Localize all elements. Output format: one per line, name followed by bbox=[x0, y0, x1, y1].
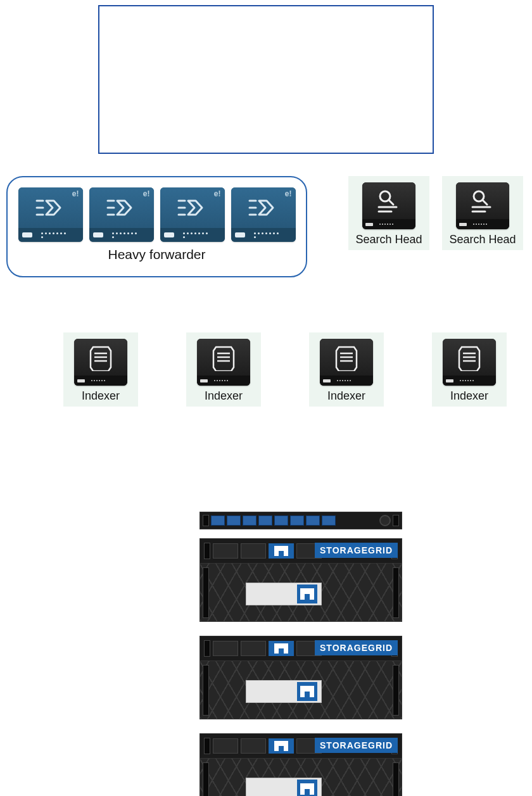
indexer-panel: Indexer bbox=[432, 332, 507, 407]
netapp-logo-icon bbox=[297, 682, 317, 701]
device-base bbox=[320, 376, 373, 386]
forwarder-badge: e! bbox=[143, 189, 150, 198]
storagegrid-controller: STORAGEGRID bbox=[200, 636, 402, 661]
heavy-forwarder-unit: e! bbox=[160, 187, 225, 242]
storagegrid-pull-tag bbox=[246, 583, 322, 605]
device-base bbox=[197, 376, 250, 386]
search-head-icon bbox=[362, 182, 415, 219]
indexer-panel: Indexer bbox=[186, 332, 261, 407]
heavy-forwarder-row: e! e! e! bbox=[18, 187, 296, 242]
storagegrid-brand-label: STORAGEGRID bbox=[315, 640, 398, 655]
network-switch bbox=[200, 512, 402, 529]
storagegrid-unit: STORAGEGRID bbox=[200, 538, 402, 622]
storagegrid-unit: STORAGEGRID bbox=[200, 733, 402, 796]
indexer-icon bbox=[197, 339, 250, 376]
search-head-label: Search Head bbox=[355, 233, 422, 246]
device-base bbox=[74, 376, 127, 386]
indexer-label: Indexer bbox=[205, 389, 243, 403]
indexer-row: Indexer Indexer Indexer Indexer bbox=[63, 332, 507, 407]
storagegrid-brand-label: STORAGEGRID bbox=[315, 738, 398, 753]
heavy-forwarder-unit: e! bbox=[18, 187, 83, 242]
netapp-logo-icon bbox=[269, 543, 294, 559]
indexer-label: Indexer bbox=[327, 389, 365, 403]
forwarder-base bbox=[89, 228, 154, 242]
indexer-label: Indexer bbox=[450, 389, 488, 403]
forwarder-base bbox=[231, 228, 296, 242]
netapp-logo-icon bbox=[269, 738, 294, 754]
indexer-panel: Indexer bbox=[309, 332, 384, 407]
search-head-device bbox=[362, 182, 415, 229]
search-head-icon bbox=[456, 182, 509, 219]
storagegrid-unit: STORAGEGRID bbox=[200, 636, 402, 719]
indexer-icon bbox=[74, 339, 127, 376]
forwarder-badge: e! bbox=[72, 189, 79, 198]
indexer-device bbox=[320, 339, 373, 386]
storage-stack: STORAGEGRID STORAGEGRID bbox=[200, 512, 402, 796]
forwarder-base bbox=[160, 228, 225, 242]
storagegrid-chassis bbox=[200, 564, 402, 622]
storagegrid-pull-tag bbox=[246, 680, 322, 703]
heavy-forwarder-unit: e! bbox=[89, 187, 154, 242]
netapp-logo-icon bbox=[297, 780, 317, 796]
forwarder-base bbox=[18, 228, 83, 242]
indexer-device bbox=[197, 339, 250, 386]
storagegrid-chassis bbox=[200, 759, 402, 796]
indexer-icon bbox=[443, 339, 496, 376]
search-head-panel: Search Head bbox=[348, 176, 429, 250]
indexer-device bbox=[443, 339, 496, 386]
device-base bbox=[456, 219, 509, 229]
search-head-label: Search Head bbox=[449, 233, 516, 246]
storagegrid-controller: STORAGEGRID bbox=[200, 538, 402, 564]
storagegrid-pull-tag bbox=[246, 778, 322, 796]
heavy-forwarder-group: e! e! e! bbox=[6, 176, 307, 277]
netapp-logo-icon bbox=[297, 584, 317, 603]
storagegrid-brand-label: STORAGEGRID bbox=[315, 543, 398, 558]
search-head-device bbox=[456, 182, 509, 229]
device-base bbox=[443, 376, 496, 386]
search-head-row: Search Head Search Head bbox=[348, 176, 523, 250]
heavy-forwarder-label: Heavy forwarder bbox=[108, 247, 205, 262]
forwarder-badge: e! bbox=[285, 189, 292, 198]
heavy-forwarder-unit: e! bbox=[231, 187, 296, 242]
indexer-panel: Indexer bbox=[63, 332, 138, 407]
storagegrid-controller: STORAGEGRID bbox=[200, 733, 402, 759]
device-base bbox=[362, 219, 415, 229]
top-container-box bbox=[98, 5, 434, 154]
storagegrid-chassis bbox=[200, 661, 402, 719]
indexer-label: Indexer bbox=[82, 389, 120, 403]
forwarder-badge: e! bbox=[214, 189, 221, 198]
indexer-icon bbox=[320, 339, 373, 376]
indexer-device bbox=[74, 339, 127, 386]
search-head-panel: Search Head bbox=[442, 176, 523, 250]
netapp-logo-icon bbox=[269, 641, 294, 656]
